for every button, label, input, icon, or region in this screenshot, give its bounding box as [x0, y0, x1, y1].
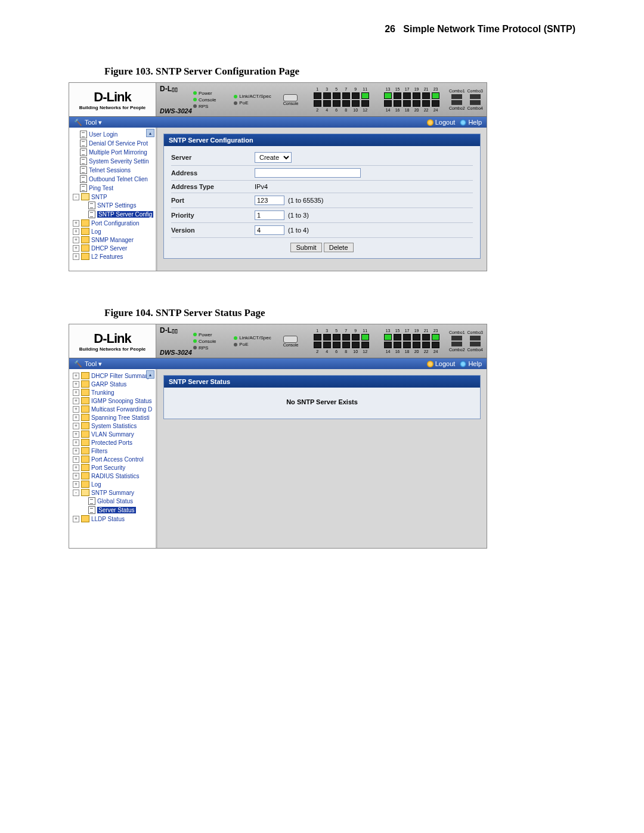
expand-icon[interactable]: +: [73, 431, 79, 438]
tree-item[interactable]: +Trunking: [72, 388, 156, 397]
screenshot-103: D-Link Building Networks for People D-L▯…: [69, 82, 487, 271]
expand-icon[interactable]: +: [73, 220, 79, 227]
tree-item-label: Outbound Telnet Clien: [89, 176, 148, 182]
tree-item[interactable]: +Spanning Tree Statisti: [72, 413, 156, 422]
expand-icon[interactable]: +: [73, 473, 79, 479]
tree-item[interactable]: +Port Access Control: [72, 455, 156, 463]
tree-item[interactable]: +IGMP Snooping Status: [72, 397, 156, 405]
tree-item[interactable]: +Log: [72, 480, 156, 488]
address-input[interactable]: [255, 168, 361, 178]
combo-ports: Combo1Combo3 Combo2Combo4: [449, 89, 483, 110]
expand-icon[interactable]: +: [73, 389, 79, 396]
tree-item[interactable]: Ping Test: [72, 184, 156, 193]
config-panel: SNTP Server Configuration Server Create …: [163, 134, 481, 259]
version-input[interactable]: [255, 225, 284, 235]
tree-item-label: Trunking: [91, 389, 114, 396]
tree-item[interactable]: -SNTP: [72, 193, 156, 201]
screenshot-104: D-Link Building Networks for People D-L▯…: [69, 324, 487, 549]
tree-item[interactable]: +Log: [72, 227, 156, 236]
tree-item[interactable]: +LLDP Status: [72, 515, 156, 523]
tree-item[interactable]: Outbound Telnet Clien: [72, 175, 156, 184]
submit-button[interactable]: Submit: [290, 243, 321, 252]
port-bank-1: 1357911 24681012: [314, 329, 369, 354]
expand-icon[interactable]: +: [73, 373, 79, 379]
port-bank-1: 1357911 24681012: [314, 87, 369, 112]
tree-item[interactable]: +DHCP Filter Summary: [72, 371, 156, 380]
tree-item[interactable]: +Port Configuration: [72, 219, 156, 227]
tree-item-label: System Statistics: [91, 423, 137, 429]
tree-item[interactable]: Telnet Sessions: [72, 166, 156, 175]
tree-item[interactable]: +DHCP Server: [72, 244, 156, 252]
expand-icon[interactable]: +: [73, 516, 79, 522]
folder-icon: [81, 431, 89, 438]
port-input[interactable]: [255, 196, 284, 205]
tree-item[interactable]: Denial Of Service Prot: [72, 139, 156, 148]
expand-icon[interactable]: +: [73, 448, 79, 454]
expand-icon[interactable]: +: [73, 381, 79, 388]
console-port: Console: [283, 94, 299, 106]
tree-item-label: SNTP: [91, 194, 107, 200]
tree-item[interactable]: +Protected Ports: [72, 438, 156, 447]
expand-icon[interactable]: +: [73, 245, 79, 252]
expand-icon[interactable]: +: [73, 398, 79, 404]
priority-input[interactable]: [255, 210, 284, 220]
figure-label: Figure 104.: [104, 307, 153, 318]
expand-icon[interactable]: +: [73, 423, 79, 429]
expand-icon[interactable]: +: [73, 228, 79, 235]
folder-icon: [81, 405, 89, 413]
page-icon: [80, 148, 87, 156]
expand-icon[interactable]: +: [73, 481, 79, 488]
help-link[interactable]: Help: [460, 119, 482, 126]
tool-menu[interactable]: Tool ▾: [85, 360, 102, 368]
tree-item[interactable]: User Login: [72, 130, 156, 139]
tree-item[interactable]: SNTP Settings: [72, 201, 156, 210]
tree-item[interactable]: Global Status: [72, 497, 156, 506]
nav-tree[interactable]: ▴ +DHCP Filter Summary+GARP Status+Trunk…: [69, 369, 157, 548]
server-select[interactable]: Create: [255, 152, 292, 163]
tree-item[interactable]: -SNTP Summary: [72, 488, 156, 497]
tree-item[interactable]: System Severity Settin: [72, 157, 156, 166]
logout-link[interactable]: Logout: [427, 360, 456, 367]
scroll-up-icon[interactable]: ▴: [146, 129, 154, 137]
priority-hint: (1 to 3): [288, 212, 309, 219]
tool-menu[interactable]: Tool ▾: [85, 119, 102, 126]
expand-icon[interactable]: +: [73, 406, 79, 413]
help-link[interactable]: Help: [460, 360, 482, 367]
tree-item-label: RADIUS Statistics: [91, 473, 140, 479]
led-label: Console: [199, 97, 216, 103]
tree-item[interactable]: SNTP Server Config: [72, 210, 156, 219]
expand-icon[interactable]: +: [73, 253, 79, 260]
expand-icon[interactable]: +: [73, 237, 79, 243]
collapse-icon[interactable]: -: [73, 490, 79, 496]
tree-item[interactable]: +SNMP Manager: [72, 236, 156, 244]
version-label: Version: [171, 227, 249, 234]
tree-item[interactable]: Server Status: [72, 506, 156, 515]
expand-icon[interactable]: +: [73, 439, 79, 446]
tree-item[interactable]: +Multicast Forwarding D: [72, 405, 156, 413]
tree-item[interactable]: +Filters: [72, 447, 156, 455]
expand-icon[interactable]: +: [73, 456, 79, 463]
page-icon: [88, 506, 95, 514]
tree-item[interactable]: +L2 Features: [72, 252, 156, 261]
folder-icon: [81, 472, 89, 479]
tree-item[interactable]: +RADIUS Statistics: [72, 472, 156, 480]
folder-icon: [81, 236, 89, 243]
tree-item[interactable]: +System Statistics: [72, 422, 156, 430]
collapse-icon[interactable]: -: [73, 194, 79, 200]
tree-item-label: LLDP Status: [91, 516, 125, 522]
device-header: D-Link Building Networks for People D-L▯…: [69, 83, 487, 117]
folder-icon: [81, 397, 89, 404]
tree-item[interactable]: +GARP Status: [72, 380, 156, 388]
tree-item[interactable]: +VLAN Summary: [72, 430, 156, 438]
expand-icon[interactable]: +: [73, 465, 79, 471]
delete-button[interactable]: Delete: [324, 243, 354, 252]
folder-open-icon: [81, 489, 89, 496]
expand-icon[interactable]: +: [73, 414, 79, 421]
tree-item[interactable]: Multiple Port Mirroring: [72, 148, 156, 157]
scroll-up-icon[interactable]: ▴: [146, 370, 154, 379]
led-icon: [193, 98, 197, 101]
device-brand-top: D-L▯▯: [160, 326, 178, 335]
tree-item[interactable]: +Port Security: [72, 463, 156, 472]
logout-link[interactable]: Logout: [427, 119, 456, 126]
nav-tree[interactable]: ▴ User LoginDenial Of Service ProtMultip…: [69, 128, 157, 271]
